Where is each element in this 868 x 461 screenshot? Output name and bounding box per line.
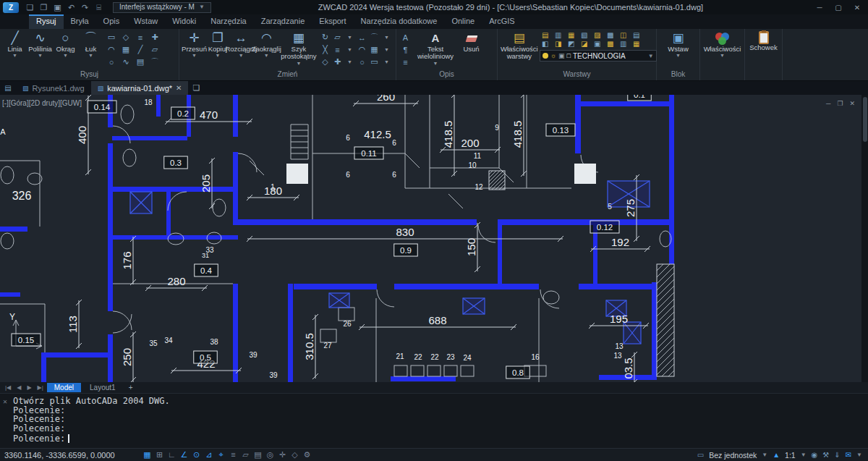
layer-tool-11[interactable]: ◪ (579, 40, 590, 48)
layer-tool-5[interactable]: ▩ (605, 31, 616, 39)
new-drawing-tab-icon[interactable]: ❏ (188, 81, 204, 95)
new-icon[interactable]: ❏ (23, 3, 37, 12)
save-icon[interactable]: ▣ (51, 3, 64, 12)
rectangular-array-button[interactable]: ▦ Szyk prostokątny ▼ (280, 31, 318, 67)
layer-tool-8[interactable]: ◧ (540, 40, 551, 48)
undo-icon[interactable]: ↶ (64, 3, 78, 12)
modify-tool-13[interactable]: ✚ (334, 57, 341, 67)
draw-tool-2[interactable]: ≡ (138, 33, 142, 42)
user-icon[interactable]: ◉ (812, 451, 818, 459)
modify-tool-8[interactable]: ▼ (347, 47, 352, 52)
collapse-chevron-icon[interactable]: ▼ (856, 452, 862, 458)
doc-tab-kawiarnia[interactable]: ▧ kawiarnia-01.dwg* ✕ (91, 81, 189, 95)
chat-icon[interactable]: ✉ (846, 451, 851, 459)
ribbon-tab-widoki[interactable]: Widoki (165, 14, 203, 29)
layer-tool-1[interactable]: ▥ (553, 31, 564, 39)
modify-tool-0[interactable]: ↻ (322, 33, 328, 42)
arc-button[interactable]: ⌒ Łuk ▼ (79, 31, 103, 59)
modify-tool-10[interactable]: ▦ (370, 45, 378, 54)
annotation-monitor-toggle-icon[interactable]: ✛ (277, 450, 288, 460)
layer-tool-9[interactable]: ◨ (553, 40, 564, 48)
layer-tool-14[interactable]: ▥ (618, 40, 629, 48)
print-icon[interactable]: ⌸ (92, 3, 106, 12)
modify-tool-17[interactable]: ▼ (384, 59, 389, 64)
minimize-button[interactable]: ─ (810, 4, 829, 12)
modify-tool-14[interactable]: ▼ (347, 59, 352, 64)
ribbon-tab-opis[interactable]: Opis (96, 14, 127, 29)
modify-tool-6[interactable]: ╳ (323, 45, 328, 54)
layer-tool-13[interactable]: ▩ (605, 40, 616, 48)
fillet-button[interactable]: ◠ Zaokrąglij ▼ (255, 31, 278, 59)
layer-combo[interactable]: ☼ ▣ □ TECHNOLOGIA ▼ (540, 50, 657, 62)
first-layout-icon[interactable]: |◀ (3, 384, 13, 391)
otrack-toggle-icon[interactable]: ⊿ (203, 450, 214, 460)
redo-icon[interactable]: ↷ (78, 3, 92, 12)
close-tab-icon[interactable]: ✕ (176, 84, 182, 92)
last-layout-icon[interactable]: ▶| (35, 384, 46, 391)
dynamic-input-toggle-icon[interactable]: ⌖ (216, 450, 226, 460)
units-label[interactable]: Bez jednostek (709, 451, 757, 460)
selection-cycling-toggle-icon[interactable]: ◎ (265, 450, 276, 460)
ribbon-tab-wstaw[interactable]: Wstaw (127, 14, 165, 29)
modify-tool-2[interactable]: ▼ (347, 35, 352, 40)
graphics-toggle-icon[interactable]: ◇ (289, 450, 300, 460)
layer-tool-3[interactable]: ▧ (579, 31, 590, 39)
ortho-toggle-icon[interactable]: ∟ (166, 450, 177, 460)
draw-tool-3[interactable]: ✚ (151, 33, 158, 42)
layer-tool-12[interactable]: ▣ (592, 40, 603, 48)
ribbon-tab-bryła[interactable]: Bryła (64, 14, 96, 29)
osnap-toggle-icon[interactable]: ⊙ (191, 450, 202, 460)
quick-properties-toggle-icon[interactable]: ▤ (252, 450, 263, 460)
customize-toggle-icon[interactable]: ⚙ (302, 450, 312, 460)
ribbon-tab-online[interactable]: Online (444, 14, 482, 29)
command-prompt[interactable]: Polecenie: (13, 433, 69, 444)
next-layout-icon[interactable]: ▶ (25, 384, 33, 391)
tools-icon[interactable]: ⚒ (822, 451, 829, 459)
maximize-button[interactable]: ▢ (829, 4, 848, 12)
ribbon-tab-narzędzia[interactable]: Narzędzia (203, 14, 254, 29)
doc-tab-rysunek1[interactable]: ▧ Rysunek1.dwg (16, 81, 91, 95)
polyline-button[interactable]: ∿ Polilinia ▼ (28, 31, 52, 59)
modify-tool-12[interactable]: ◇ (322, 57, 328, 67)
layer-properties-button[interactable]: ▤ Właściwości warstwy (501, 31, 538, 61)
tab-model[interactable]: Model (47, 383, 81, 392)
modify-tool-9[interactable]: ◠ (359, 45, 366, 54)
layer-tool-15[interactable]: ▦ (631, 40, 642, 48)
move-button[interactable]: ✛ Przesuń ▼ (182, 31, 206, 59)
lineweight-toggle-icon[interactable]: ≡ (228, 450, 239, 460)
erase-button[interactable]: Usuń (459, 31, 483, 53)
tab-list-icon[interactable]: ▤ (0, 81, 16, 95)
command-line-panel[interactable]: ✕ Otwórz plik AutoCADa 2004 DWG.Poleceni… (0, 393, 868, 448)
annotation-tool-2[interactable]: ≡ (403, 58, 407, 67)
draw-tool-1[interactable]: ◇ (123, 33, 129, 42)
viewport-controls-label[interactable]: [-][Góra][2D druty][GUW] (2, 99, 82, 107)
chevron-down-icon[interactable]: ▼ (762, 452, 767, 458)
stretch-button[interactable]: ↔ Rozciągnij ▼ (229, 31, 253, 59)
modify-tool-7[interactable]: ≡ (335, 46, 339, 54)
doc-restore-icon[interactable]: ❐ (837, 100, 843, 107)
doc-minimize-icon[interactable]: ─ (826, 100, 830, 107)
chevron-down-icon[interactable]: ▼ (801, 452, 807, 458)
ribbon-tab-eksport[interactable]: Eksport (312, 14, 353, 29)
layer-tool-0[interactable]: ▤ (540, 31, 551, 39)
ribbon-tab-zarządzanie[interactable]: Zarządzanie (254, 14, 312, 29)
draw-tool-6[interactable]: ╱ (138, 45, 143, 54)
line-button[interactable]: ╱ Linia ▼ (3, 31, 27, 59)
workspace-selector[interactable]: Interfejs wstążkowy - M ▼ (113, 2, 211, 13)
insert-block-button[interactable]: ▣ Wstaw ▼ (661, 31, 696, 59)
draw-tool-10[interactable]: ▤ (137, 57, 144, 67)
transparency-toggle-icon[interactable]: ▱ (240, 450, 251, 460)
scale-label[interactable]: 1:1 (785, 451, 796, 460)
ribbon-tab-narzędzia-dodatkowe[interactable]: Narzędzia dodatkowe (354, 14, 445, 29)
modify-tool-15[interactable]: ○ (359, 58, 365, 67)
mtext-button[interactable]: A Tekst wieloliniowy ▼ (413, 31, 458, 67)
modify-tool-4[interactable]: ⌒ (370, 32, 378, 43)
scrollbar-thumb[interactable] (863, 97, 867, 142)
draw-tool-7[interactable]: ▱ (152, 45, 158, 54)
circle-button[interactable]: ○ Okrąg ▼ (54, 31, 77, 59)
draw-tool-4[interactable]: ◠ (108, 45, 115, 54)
polar-toggle-icon[interactable]: ∠ (179, 450, 190, 460)
grid-toggle-icon[interactable]: ▦ (142, 450, 153, 460)
draw-tool-11[interactable]: ⌒ (151, 56, 159, 67)
draw-tool-9[interactable]: ∿ (122, 57, 129, 67)
